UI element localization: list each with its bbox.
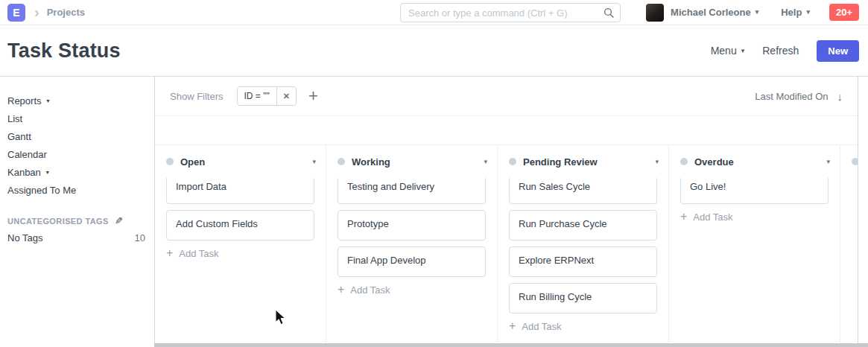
- kanban-board: Open ▾ Import Data Add Custom Fields + A…: [155, 145, 858, 346]
- tags-section-header: UNCATEGORISED TAGS ✎: [7, 215, 145, 226]
- global-search: [400, 3, 621, 22]
- kanban-column-header: Overdue ▾: [669, 145, 840, 178]
- column-menu-icon[interactable]: ▾: [655, 158, 659, 165]
- content-area: Reports ▾ List Gantt Calendar Kanban ▾ A…: [0, 77, 868, 346]
- kanban-column-body: Go Live! + Add Task: [669, 178, 840, 346]
- column-indicator-dot: [166, 158, 174, 165]
- plus-icon: +: [338, 284, 344, 296]
- column-menu-icon[interactable]: ▾: [484, 158, 487, 165]
- kanban-column-body: Testing and Delivery Prototype Final App…: [326, 178, 497, 346]
- kanban-card[interactable]: Run Billing Cycle: [509, 283, 657, 313]
- kanban-card[interactable]: Prototype: [338, 210, 486, 241]
- refresh-button[interactable]: Refresh: [762, 45, 799, 57]
- tags-heading: UNCATEGORISED TAGS: [7, 217, 109, 226]
- kanban-column-header: Open ▾: [155, 145, 326, 178]
- add-task-label: Add Task: [693, 211, 732, 223]
- column-menu-icon[interactable]: ▾: [826, 158, 830, 165]
- kanban-column-partial: [840, 145, 858, 346]
- add-task-button[interactable]: + Add Task: [338, 284, 486, 296]
- sort-group: Last Modified On ↓: [755, 91, 843, 102]
- kanban-column-header: Working ▾: [326, 145, 497, 178]
- column-indicator-dot: [852, 158, 858, 165]
- list-spacer-row: [155, 116, 858, 145]
- tag-count: 10: [135, 232, 145, 243]
- notifications-badge[interactable]: 20+: [829, 4, 859, 22]
- plus-icon: +: [509, 320, 516, 332]
- column-indicator-dot: [680, 158, 688, 165]
- add-task-label: Add Task: [522, 321, 561, 332]
- user-dropdown[interactable]: Michael Corleone ▾: [671, 7, 758, 18]
- caret-down-icon: ▾: [755, 9, 759, 16]
- menu-dropdown[interactable]: Menu ▾: [711, 45, 745, 57]
- navbar: E › Projects Michael Corleone ▾ Help ▾ 2…: [0, 0, 868, 25]
- user-avatar[interactable]: [646, 4, 664, 22]
- sort-by-selector[interactable]: Last Modified On: [755, 91, 828, 102]
- kanban-column-header: [840, 145, 858, 178]
- column-title: Pending Review: [523, 156, 598, 168]
- filter-chip: ID = "" ✕: [237, 86, 297, 106]
- help-dropdown[interactable]: Help ▾: [781, 7, 810, 18]
- erpnext-logo[interactable]: E: [7, 4, 25, 22]
- breadcrumb[interactable]: Projects: [47, 7, 85, 18]
- kanban-column-body: [840, 178, 858, 346]
- sidebar-item-label: Reports: [7, 95, 42, 106]
- kanban-card[interactable]: Testing and Delivery: [338, 178, 486, 204]
- add-task-button[interactable]: + Add Task: [509, 320, 657, 332]
- sidebar-item-label: List: [7, 113, 22, 124]
- new-button[interactable]: New: [817, 40, 859, 62]
- add-task-label: Add Task: [350, 284, 390, 296]
- kanban-column-header: Pending Review ▾: [498, 145, 668, 178]
- caret-down-icon: ▾: [46, 170, 49, 176]
- kanban-column-pending-review: Pending Review ▾ Run Sales Cycle Run Pur…: [498, 145, 669, 346]
- search-input[interactable]: [401, 7, 601, 19]
- page-head: Task Status Menu ▾ Refresh New: [0, 25, 868, 77]
- right-margin: [858, 77, 867, 346]
- filter-chip-label[interactable]: ID = "": [238, 87, 276, 105]
- plus-icon: +: [166, 247, 173, 259]
- app-window: E › Projects Michael Corleone ▾ Help ▾ 2…: [0, 0, 868, 347]
- user-name: Michael Corleone: [671, 7, 751, 18]
- kanban-column-overdue: Overdue ▾ Go Live! + Add Task: [669, 145, 840, 346]
- column-menu-icon[interactable]: ▾: [312, 158, 316, 165]
- edit-tags-icon[interactable]: ✎: [115, 215, 123, 226]
- page-actions: Menu ▾ Refresh New: [711, 40, 859, 62]
- add-task-button[interactable]: + Add Task: [680, 211, 829, 223]
- caret-down-icon: ▾: [47, 98, 50, 104]
- menu-label: Menu: [711, 45, 737, 57]
- caret-down-icon: ▾: [806, 9, 810, 16]
- kanban-card[interactable]: Run Purchase Cycle: [509, 210, 657, 241]
- sidebar-item-kanban[interactable]: Kanban ▾: [7, 163, 145, 181]
- sidebar-item-label: Assigned To Me: [7, 185, 76, 196]
- add-task-button[interactable]: + Add Task: [166, 247, 314, 259]
- kanban-card[interactable]: Final App Develop: [338, 246, 486, 277]
- sort-direction-icon[interactable]: ↓: [837, 91, 843, 102]
- kanban-column-open: Open ▾ Import Data Add Custom Fields + A…: [155, 145, 326, 346]
- kanban-card[interactable]: Import Data: [166, 178, 314, 204]
- plus-icon: +: [680, 211, 687, 223]
- kanban-card[interactable]: Explore ERPNext: [509, 246, 657, 277]
- caret-down-icon: ▾: [741, 48, 745, 54]
- sidebar-item-list[interactable]: List: [7, 109, 145, 127]
- page-title: Task Status: [7, 39, 121, 63]
- column-title: Open: [180, 156, 205, 168]
- kanban-column-body: Run Sales Cycle Run Purchase Cycle Explo…: [498, 178, 668, 346]
- filter-remove-icon[interactable]: ✕: [276, 87, 296, 105]
- kanban-card[interactable]: Go Live!: [680, 178, 829, 204]
- show-filters-toggle[interactable]: Show Filters: [170, 91, 224, 102]
- search-icon[interactable]: [601, 7, 617, 18]
- kanban-card[interactable]: Add Custom Fields: [166, 210, 314, 241]
- sidebar-item-gantt[interactable]: Gantt: [7, 127, 145, 145]
- sidebar-item-assigned-to-me[interactable]: Assigned To Me: [7, 181, 145, 199]
- horizontal-scrollbar[interactable]: [154, 343, 868, 347]
- sidebar-item-label: Kanban: [7, 167, 41, 178]
- column-indicator-dot: [509, 158, 516, 165]
- add-filter-icon[interactable]: +: [308, 88, 318, 104]
- column-title: Working: [352, 156, 390, 168]
- sidebar-item-reports[interactable]: Reports ▾: [7, 92, 145, 109]
- sidebar-item-no-tags[interactable]: No Tags 10: [7, 232, 145, 243]
- main-panel: Show Filters ID = "" ✕ + Last Modified O…: [154, 77, 858, 346]
- navbar-right: Michael Corleone ▾ Help ▾ 20+: [646, 4, 859, 22]
- sidebar: Reports ▾ List Gantt Calendar Kanban ▾ A…: [0, 77, 154, 346]
- kanban-card[interactable]: Run Sales Cycle: [509, 178, 657, 204]
- sidebar-item-calendar[interactable]: Calendar: [7, 145, 145, 163]
